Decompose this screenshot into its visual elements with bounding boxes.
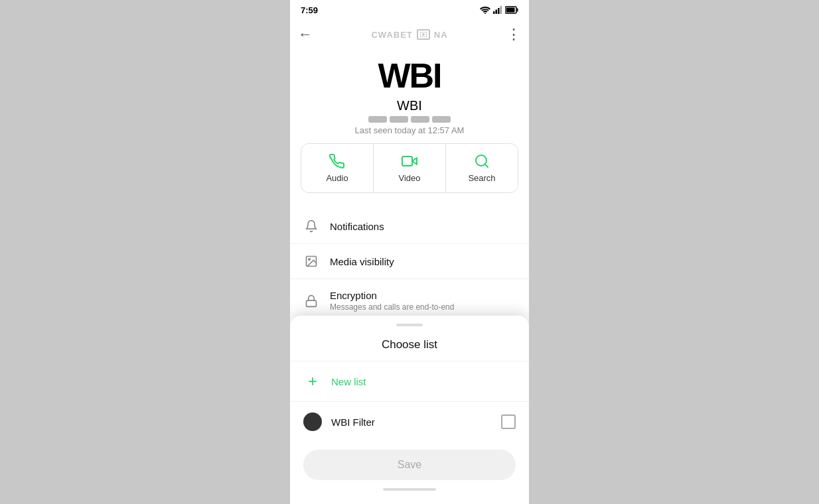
svg-rect-6 [517, 9, 518, 12]
subtitle-dot-2 [390, 116, 408, 123]
notifications-content: Notifications [330, 221, 516, 232]
new-list-item[interactable]: + New list [290, 361, 529, 401]
svg-rect-17 [307, 300, 317, 306]
svg-line-14 [485, 164, 488, 167]
plus-icon: + [303, 372, 322, 391]
encryption-title: Encryption [330, 290, 516, 301]
audio-button[interactable]: Audio [301, 144, 374, 192]
profile-status: Last seen today at 12:57 AM [355, 125, 465, 135]
svg-rect-1 [493, 11, 495, 14]
watermark-text2: NA [434, 30, 448, 40]
notifications-item[interactable]: Notifications [290, 209, 529, 244]
video-icon [402, 153, 417, 169]
status-bar: 7:59 [290, 0, 529, 19]
encryption-content: Encryption Messages and calls are end-to… [330, 290, 516, 312]
phone-icon [329, 153, 345, 169]
media-visibility-content: Media visibility [330, 256, 516, 267]
watermark-text: CWABET [371, 30, 412, 40]
media-visibility-title: Media visibility [330, 256, 516, 267]
video-label: Video [398, 173, 420, 183]
settings-list: Notifications Media visibility [290, 209, 529, 323]
search-label: Search [468, 173, 495, 183]
profile-logo: WBI [378, 58, 441, 93]
profile-name: WBI [397, 98, 422, 113]
lock-icon [303, 294, 319, 308]
sheet-title: Choose list [290, 332, 529, 361]
sheet-handle [396, 324, 423, 326]
filter-checkbox[interactable] [501, 414, 516, 429]
subtitle-dot-1 [368, 116, 387, 123]
filter-dot-icon [303, 412, 322, 431]
svg-point-16 [309, 259, 311, 261]
svg-rect-7 [506, 8, 515, 13]
notifications-title: Notifications [330, 221, 516, 232]
svg-rect-4 [500, 6, 502, 14]
bottom-sheet: Choose list + New list WBI Filter Save [290, 316, 529, 504]
subtitle-dot-4 [432, 116, 451, 123]
watermark-box-icon [417, 29, 430, 40]
subtitle-dot-3 [411, 116, 429, 123]
audio-label: Audio [326, 173, 348, 183]
watermark-area: CWABET NA [371, 29, 447, 40]
action-buttons: Audio Video Search [301, 143, 518, 193]
svg-marker-11 [412, 158, 417, 164]
save-button[interactable]: Save [303, 450, 516, 480]
svg-rect-2 [496, 10, 498, 15]
video-button[interactable]: Video [374, 144, 446, 192]
encryption-subtitle: Messages and calls are end-to-end [330, 302, 516, 312]
profile-subtitle [368, 116, 451, 123]
battery-icon [505, 6, 518, 14]
status-icons [480, 6, 518, 14]
wifi-icon [480, 6, 490, 14]
back-button[interactable]: ← [298, 26, 313, 43]
bell-icon [303, 220, 319, 233]
more-icon[interactable]: ⋮ [506, 26, 521, 43]
search-button[interactable]: Search [446, 144, 518, 192]
more-button[interactable]: ⋮ [506, 26, 521, 43]
top-bar: ← CWABET NA ⋮ [290, 19, 529, 50]
svg-rect-12 [402, 157, 412, 166]
filter-label: WBI Filter [331, 416, 492, 428]
svg-point-0 [484, 13, 486, 14]
svg-rect-3 [498, 8, 500, 14]
image-icon [303, 255, 319, 268]
search-icon [474, 153, 490, 169]
media-visibility-item[interactable]: Media visibility [290, 244, 529, 279]
signal-icon [493, 6, 502, 14]
profile-section: WBI WBI Last seen today at 12:57 AM Audi… [290, 50, 529, 204]
wbi-filter-item[interactable]: WBI Filter [290, 402, 529, 442]
back-icon[interactable]: ← [298, 26, 313, 43]
sheet-bottom-handle [383, 488, 436, 491]
plus-square-icon [420, 32, 427, 37]
status-time: 7:59 [301, 5, 318, 15]
new-list-label: New list [331, 376, 516, 387]
